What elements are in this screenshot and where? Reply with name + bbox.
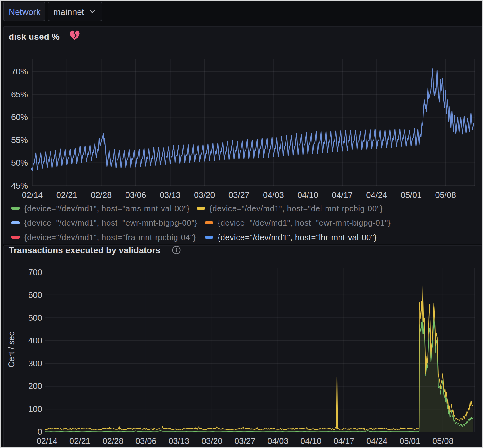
svg-text:03/27: 03/27 [234,437,255,446]
svg-text:600: 600 [28,290,42,300]
svg-text:03/27: 03/27 [228,190,250,200]
svg-text:02/28: 02/28 [103,437,124,446]
svg-text:400: 400 [28,336,42,345]
svg-text:03/13: 03/13 [168,437,189,446]
svg-text:03/20: 03/20 [202,437,223,446]
svg-text:04/17: 04/17 [332,190,353,200]
svg-text:04/24: 04/24 [366,437,388,446]
svg-text:05/01: 05/01 [399,437,420,446]
svg-text:65%: 65% [11,90,28,99]
svg-text:200: 200 [28,382,42,391]
svg-text:55%: 55% [11,136,28,145]
svg-text:04/03: 04/03 [268,437,289,446]
svg-text:04/03: 04/03 [263,190,284,200]
svg-text:05/08: 05/08 [435,190,456,200]
svg-text:04/10: 04/10 [297,190,318,200]
svg-text:05/08: 05/08 [432,437,454,446]
svg-text:04/17: 04/17 [334,437,355,446]
svg-text:300: 300 [28,359,42,368]
svg-text:03/06: 03/06 [135,437,157,446]
svg-text:05/01: 05/01 [401,190,422,200]
svg-text:04/24: 04/24 [366,190,387,200]
svg-text:03/13: 03/13 [160,190,181,200]
svg-text:60%: 60% [11,113,28,122]
svg-text:45%: 45% [11,181,28,190]
svg-text:04/10: 04/10 [300,437,321,446]
svg-text:02/21: 02/21 [56,190,78,200]
svg-text:700: 700 [28,268,42,277]
svg-text:Cert / sec: Cert / sec [7,332,16,368]
svg-text:500: 500 [28,313,42,323]
svg-text:100: 100 [28,405,42,414]
svg-text:70%: 70% [11,67,28,76]
svg-text:50%: 50% [11,158,28,168]
svg-text:03/20: 03/20 [194,190,215,200]
svg-text:02/14: 02/14 [22,190,43,200]
svg-text:02/14: 02/14 [37,437,58,446]
svg-text:02/28: 02/28 [91,190,112,200]
svg-text:03/06: 03/06 [125,190,146,200]
svg-text:0: 0 [38,427,42,437]
svg-text:02/21: 02/21 [69,437,91,446]
